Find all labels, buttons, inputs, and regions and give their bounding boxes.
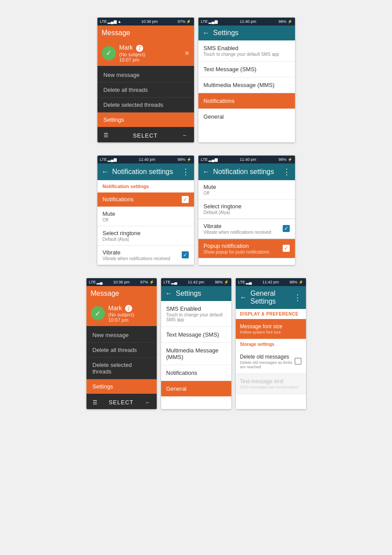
hamburger-icon-3[interactable]: ☰ <box>93 399 97 406</box>
menu3-new-message[interactable]: New message <box>86 328 157 343</box>
message-item-1[interactable]: ✓ Mark 2 (No subject) 10:07 pm ✕ <box>97 40 194 66</box>
more-icon-3[interactable]: ⋮ <box>182 167 190 177</box>
notif2-vibrate-text: Vibrate Vibrate when notifications recei… <box>204 223 283 235</box>
general-header: ← General Settings ⋮ <box>236 286 306 309</box>
menu-settings[interactable]: Settings <box>97 112 194 127</box>
menu3-delete-selected[interactable]: Delete selected threads <box>86 358 157 379</box>
back-arrow-1[interactable]: ← <box>203 29 210 37</box>
bolt-3: ⚡ <box>187 157 191 162</box>
general-font-size[interactable]: Message font size Follow system font siz… <box>236 319 306 339</box>
signal-7: LTE <box>238 280 245 284</box>
menu-new-message[interactable]: New message <box>97 68 194 83</box>
signal-icon-2: LTE <box>201 19 208 24</box>
bars-6: ▂▄ <box>171 280 177 284</box>
settings3-general[interactable]: General <box>161 381 231 396</box>
status-left-6: LTE ▂▄ <box>164 280 177 284</box>
status-left-1: LTE ▂▄▆ ▲ <box>100 19 122 24</box>
bottom-bar-3: ☰ SELECT ← <box>86 395 157 409</box>
message-subject-3: (No subject) <box>108 312 152 317</box>
back-arrow-4[interactable]: ← <box>203 168 210 176</box>
notif2-mute-item[interactable]: Mute Off <box>198 180 295 200</box>
notif-ringtone-title: Select ringtone <box>103 230 189 236</box>
settings-sms-enabled[interactable]: SMS Enabled Touch to change your default… <box>198 40 295 62</box>
notif2-vibrate-item[interactable]: Vibrate Vibrate when notifications recei… <box>198 219 295 239</box>
settings-screen-3: LTE ▂▄ 11:42 pm 98% ⚡ ← Settings SMS Ena… <box>161 278 231 410</box>
time-6: 11:42 pm <box>188 280 205 284</box>
settings-header-1: ← Settings <box>198 25 295 40</box>
battery-text-1: 97% <box>177 19 185 24</box>
back-arrow-7[interactable]: ← <box>240 294 247 301</box>
sms-enabled-sub: Touch to change your default SMS app <box>204 52 290 57</box>
settings-text-sms[interactable]: Text Message (SMS) <box>198 62 295 77</box>
bat-4: 98% <box>278 157 286 162</box>
status-bar-4: LTE ▂▄▆ 11:40 pm 98% ⚡ <box>198 156 295 163</box>
menu3-settings[interactable]: Settings <box>86 379 157 394</box>
bat-5: 97% <box>140 280 148 284</box>
right-6: 98% ⚡ <box>215 280 228 284</box>
select-label-3: SELECT <box>109 399 134 406</box>
battery-text-2: 98% <box>278 19 286 24</box>
settings3-mms[interactable]: Multimedia Message (MMS) <box>161 343 231 365</box>
settings-title-3: Settings <box>176 290 227 297</box>
notif2-ringtone-item[interactable]: Select ringtone Default (Alya) <box>198 200 295 219</box>
bars-3: ▂▄▆ <box>108 157 116 162</box>
notif-mute-item[interactable]: Mute Off <box>97 207 194 226</box>
general-delete-checkbox[interactable] <box>295 358 302 365</box>
notif-vibrate-sub: Vibrate when notifications received <box>103 256 182 261</box>
notif2-popup-checkbox[interactable]: ✓ <box>283 245 290 252</box>
status-time-1: 10:36 pm <box>141 19 158 24</box>
notif-vibrate-item[interactable]: Vibrate Vibrate when notifications recei… <box>97 246 194 265</box>
settings3-sms-enabled[interactable]: SMS Enabled Touch to change your default… <box>161 301 231 327</box>
notif2-ringtone-text: Select ringtone Default (Alya) <box>204 203 290 215</box>
message-item-3[interactable]: ✓ Mark 2 (No subject) 10:07 pm <box>86 301 157 326</box>
text3-sms-title: Text Message (SMS) <box>166 331 226 338</box>
status-left-7: LTE ▂▄ <box>238 280 252 284</box>
menu-delete-all[interactable]: Delete all threads <box>97 83 194 98</box>
menu3-delete-all[interactable]: Delete all threads <box>86 343 157 358</box>
settings-notifications[interactable]: Notifications <box>198 93 295 109</box>
settings-general[interactable]: General <box>198 109 295 124</box>
menu-delete-selected[interactable]: Delete selected threads <box>97 98 194 112</box>
status-bar-7: LTE ▂▄ 11:42 pm 98% ⚡ <box>236 278 306 286</box>
contact-name-3: Mark <box>108 305 122 312</box>
notif-header-title-1: Notification settings <box>112 168 178 176</box>
status-right-1: 97% ⚡ <box>177 19 191 24</box>
notif2-popup-item[interactable]: Popup notification Show popup for push n… <box>198 239 295 258</box>
notif-vibrate-title: Vibrate <box>103 249 182 256</box>
back-icon-1[interactable]: ← <box>182 132 187 138</box>
right-3: 98% ⚡ <box>177 157 191 162</box>
back-arrow-3[interactable]: ← <box>102 168 109 176</box>
status-bar-6: LTE ▂▄ 11:42 pm 98% ⚡ <box>161 278 231 286</box>
general-font-text: Message font size Follow system font siz… <box>240 323 302 334</box>
sms3-enabled-title: SMS Enabled <box>166 305 226 312</box>
settings3-text-sms[interactable]: Text Message (SMS) <box>161 327 231 343</box>
general-delete-text: Delete old messages Delete old messages … <box>240 354 295 369</box>
hamburger-icon-1[interactable]: ☰ <box>104 132 108 138</box>
time-3: 11:40 pm <box>139 157 155 162</box>
notif-notifications-item[interactable]: Notifications ✓ <box>97 192 194 207</box>
more-icon-7[interactable]: ⋮ <box>294 293 302 302</box>
signal-bars-2: ▂▄▆ <box>209 19 217 24</box>
back-arrow-6[interactable]: ← <box>165 290 173 297</box>
notif-notifications-checkbox[interactable]: ✓ <box>182 196 189 203</box>
status-bar-2: LTE ▂▄▆ 11:40 pm 98% ⚡ <box>198 18 295 25</box>
notif-ringtone-sub: Default (Alya) <box>103 237 189 242</box>
app-header-3: Message <box>86 286 157 301</box>
notif-ringtone-item[interactable]: Select ringtone Default (Alya) <box>97 226 194 246</box>
select-label-1: SELECT <box>133 132 158 139</box>
settings3-notifications[interactable]: Notifications <box>161 365 231 381</box>
close-icon-1[interactable]: ✕ <box>184 50 190 57</box>
right-4: 98% ⚡ <box>278 157 292 162</box>
notif-notifications-title: Notifications <box>103 196 182 203</box>
general-delete-old[interactable]: Delete old messages Delete old messages … <box>236 349 306 374</box>
more-icon-4[interactable]: ⋮ <box>283 167 291 177</box>
notif2-popup-sub: Show popup for push notifications <box>204 250 283 254</box>
notif2-vibrate-sub: Vibrate when notifications received <box>204 230 283 235</box>
status-bar-3: LTE ▂▄▆ 11:40 pm 98% ⚡ <box>97 156 194 163</box>
general-limit-title: Text-message limit <box>240 378 302 385</box>
screenshots-wrapper: LTE ▂▄▆ ▲ 10:36 pm 97% ⚡ Message ✓ Mark <box>9 18 383 409</box>
settings-mms[interactable]: Multimedia Message (MMS) <box>198 77 295 93</box>
back-icon-3[interactable]: ← <box>145 399 150 406</box>
notif2-vibrate-checkbox[interactable]: ✓ <box>283 225 290 232</box>
notif-vibrate-checkbox[interactable]: ✓ <box>182 251 189 258</box>
